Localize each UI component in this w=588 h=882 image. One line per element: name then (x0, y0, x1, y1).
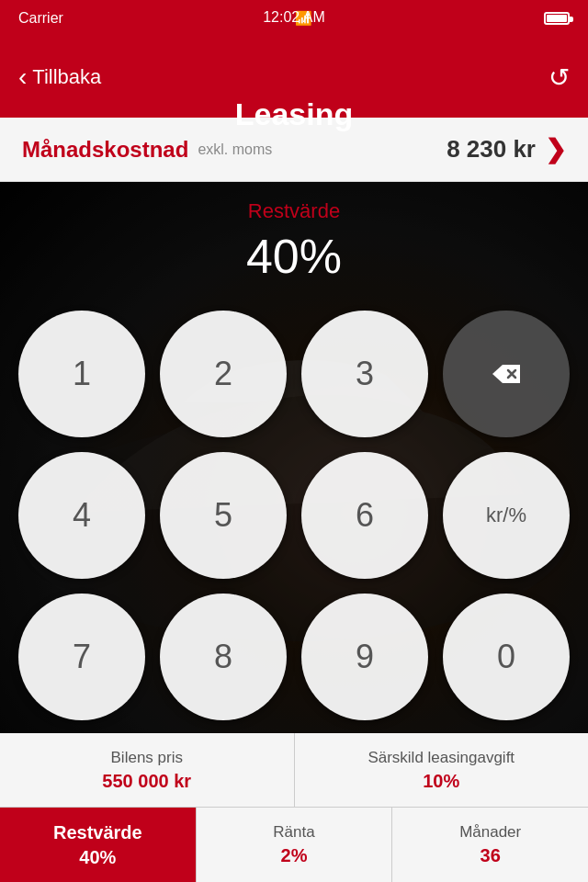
bottom-cell-tab-value: 36 (481, 845, 501, 866)
display-label: Restvärde (248, 199, 340, 223)
monthly-cost-value: 8 230 kr (447, 135, 536, 164)
bottom-cell-value: 550 000 kr (102, 771, 191, 792)
carrier-label: Carrier (18, 10, 63, 27)
status-right (544, 12, 570, 25)
key-2-button[interactable]: 2 (160, 311, 287, 437)
key-7-button[interactable]: 7 (18, 594, 145, 720)
key-krpct-button[interactable]: kr/% (443, 452, 570, 579)
bottom-cell-tab-value: 2% (281, 845, 308, 866)
key-8-button[interactable]: 8 (160, 594, 287, 720)
chevron-right-icon: ❯ (545, 134, 566, 164)
battery-icon (544, 12, 570, 25)
key-5-button[interactable]: 5 (160, 452, 287, 579)
bottom-cell-tab[interactable]: Månader36 (392, 808, 588, 882)
bottom-cell-tab-label: Ränta (266, 823, 322, 842)
bottom-cell-tab[interactable]: Restvärde40% (0, 808, 197, 882)
key-6-button[interactable]: 6 (301, 452, 428, 579)
time-label: 12:02 AM (263, 9, 325, 26)
bottom-row-2: Restvärde40%Ränta2%Månader36 (0, 808, 588, 882)
bottom-cell-tab-label: Restvärde (46, 822, 150, 843)
back-label: Tillbaka (32, 65, 101, 89)
keypad-area: Restvärde 40% 123456kr/%7890 (0, 182, 588, 733)
page-title: Leasing (235, 74, 353, 154)
bottom-cell-label: Särskild leasingavgift (360, 749, 522, 767)
key-1-button[interactable]: 1 (18, 311, 145, 437)
key-0-button[interactable]: 0 (443, 594, 570, 720)
keypad-grid: 123456kr/%7890 (0, 301, 588, 733)
display-value: 40% (246, 229, 342, 284)
bottom-cell[interactable]: Särskild leasingavgift10% (295, 733, 589, 807)
back-button[interactable]: ‹ Tillbaka (18, 64, 101, 90)
bottom-cell-label: Bilens pris (104, 749, 190, 767)
bottom-panels: Bilens pris550 000 krSärskild leasingavg… (0, 733, 588, 882)
key-4-button[interactable]: 4 (18, 452, 145, 579)
refresh-button[interactable]: ↺ (548, 62, 570, 93)
key-3-button[interactable]: 3 (301, 311, 428, 437)
nav-bar: ‹ Tillbaka Leasing ↺ (0, 37, 588, 118)
key-del-button[interactable] (443, 311, 570, 437)
bottom-cell-tab[interactable]: Ränta2% (197, 808, 393, 882)
bottom-cell-tab-label: Månader (452, 823, 528, 842)
status-bar: Carrier 📶 12:02 AM (0, 0, 588, 37)
bottom-cell-value: 10% (423, 771, 459, 792)
bottom-row-1: Bilens pris550 000 krSärskild leasingavg… (0, 733, 588, 808)
back-arrow-icon: ‹ (18, 64, 27, 90)
bottom-cell-tab-value: 40% (79, 847, 116, 868)
key-9-button[interactable]: 9 (301, 594, 428, 720)
display-area: Restvärde 40% (0, 182, 588, 301)
monthly-cost-label: Månadskostnad (22, 137, 188, 163)
bottom-cell[interactable]: Bilens pris550 000 kr (0, 733, 295, 807)
